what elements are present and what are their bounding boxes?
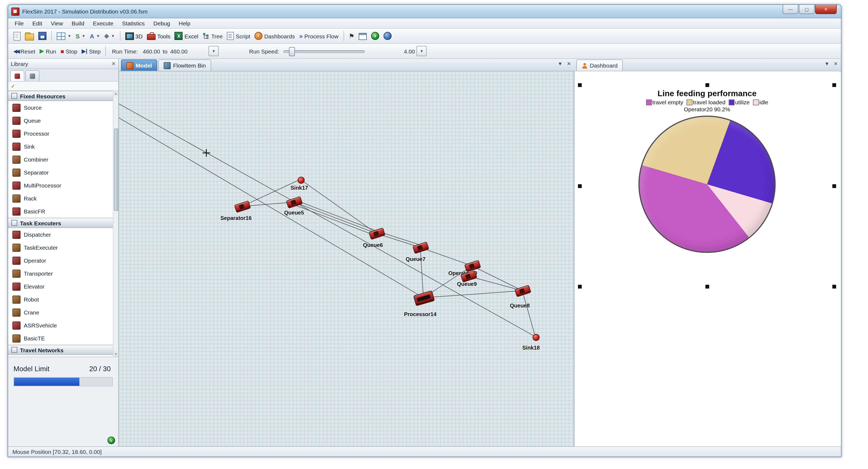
library-item-sink[interactable]: Sink [8,140,118,153]
library-item-transporter[interactable]: Transporter [8,267,118,280]
maximize-button[interactable]: ▢ [799,5,814,14]
library-item-elevator[interactable]: Elevator [8,280,118,293]
tab-list-dropdown-icon[interactable]: ▼ [558,61,563,66]
library-item-combiner[interactable]: Combiner [8,153,118,166]
menu-execute[interactable]: Execute [89,20,118,27]
progress-fill [14,378,80,386]
resize-handle[interactable] [832,83,836,87]
library-close-icon[interactable]: ✕ [112,61,116,66]
asrsvehicle-icon [12,321,21,329]
step-label: Step [89,48,101,54]
resize-handle[interactable] [578,285,582,289]
toolbox-icon [147,34,156,40]
library-item-operator[interactable]: Operator [8,254,118,267]
script-label: Script [236,33,250,39]
minimize-button[interactable]: — [783,5,798,14]
web-button[interactable] [382,31,394,41]
library-item-dispatcher[interactable]: Dispatcher [8,228,118,241]
scrollbar-thumb[interactable] [114,128,118,211]
section-fixed-resources[interactable]: Fixed Resources [8,91,118,101]
menu-view[interactable]: View [46,20,67,27]
object-label: Sink17 [290,185,308,191]
library-checkmark-icon[interactable]: ✓ [11,83,16,89]
library-item-source[interactable]: Source [8,101,118,114]
connect-objects-tool[interactable]: S▼ [73,32,88,40]
section-travel-networks[interactable]: Travel Networks [8,345,118,355]
library-item-rack[interactable]: Rack [8,192,118,205]
model-3d-viewport[interactable]: Separator16 Sink17 Queue5 Queue6 Queue7 … [119,71,574,446]
library-item-taskexecuter[interactable]: TaskExecuter [8,241,118,254]
menu-statistics[interactable]: Statistics [118,20,149,27]
library-item-processor[interactable]: Processor [8,127,118,140]
scroll-up-icon[interactable]: ▲ [114,91,118,96]
reset-button[interactable]: ◀◀Reset [11,47,37,55]
create-objects-tool[interactable]: ▼ [55,31,73,41]
resize-handle[interactable] [832,184,836,188]
menu-file[interactable]: File [10,20,28,27]
library-item-separator[interactable]: Separator [8,166,118,179]
close-button[interactable]: ✕ [815,5,837,14]
menu-edit[interactable]: Edit [28,20,46,27]
menu-debug[interactable]: Debug [149,20,175,27]
slider-track [283,50,364,53]
3d-view-button[interactable]: 3D [123,31,145,41]
windows-button[interactable] [357,31,369,41]
library-tab-toolbox[interactable] [25,70,39,81]
tools-button[interactable]: Tools [145,31,173,41]
model-object-sink18[interactable] [533,334,539,341]
resize-handle[interactable] [578,184,582,188]
flexsim-window: FlexSim 2017 - Simulation Distribution v… [7,4,841,457]
tab-flowitem-bin[interactable]: FlowItem Bin [158,59,211,71]
dashboards-button[interactable]: Dashboards [252,31,297,41]
run-speed-slider[interactable] [283,47,364,56]
menu-help[interactable]: Help [175,20,195,27]
run-time-to-field[interactable]: 460.00 [168,47,189,55]
connect-ports-tool[interactable]: A▼ [88,32,102,40]
process-flow-button[interactable]: »Process Flow [297,32,341,40]
resize-handle[interactable] [578,83,582,87]
run-button[interactable]: ▶Run [37,47,58,56]
run-time-from-field[interactable]: 460.00 [141,47,162,55]
stop-button[interactable]: ■Stop [58,47,80,55]
draw-tool[interactable]: ◆▼ [102,31,117,40]
dashboard-panel: Dashboard ▼ ✕ [574,59,841,446]
title-bar[interactable]: FlexSim 2017 - Simulation Distribution v… [8,5,841,18]
library-item-asrsvehicle[interactable]: ASRSvehicle [8,319,118,332]
open-button[interactable] [23,31,36,41]
slider-handle[interactable] [289,47,294,56]
model-tab-strip: Model FlowItem Bin ▼ ✕ [119,59,574,71]
library-tab-objects[interactable] [10,70,24,81]
menu-build[interactable]: Build [67,20,89,27]
tab-model[interactable]: Model [121,59,157,71]
run-speed-dropdown[interactable]: ▼ [416,46,427,56]
model-object-sink17[interactable] [298,177,305,184]
run-speed-value[interactable]: 4.00 [402,47,416,55]
excel-button[interactable]: XExcel [173,31,200,41]
save-button[interactable] [36,31,49,41]
library-scrollbar[interactable]: ▲ ▼ [113,91,118,357]
tab-list-dropdown-icon[interactable]: ▼ [825,61,829,66]
library-list: Fixed Resources Source Queue Processor S… [8,91,118,357]
tab-close-icon[interactable]: ✕ [567,61,571,66]
flag-button[interactable]: ⚑ [346,32,357,40]
step-button[interactable]: ▶|Step [80,47,103,55]
resize-handle[interactable] [706,83,709,87]
tree-button[interactable]: Tree [200,31,225,40]
tab-close-icon[interactable]: ✕ [834,61,838,66]
library-item-basicfr[interactable]: BasicFR [8,205,118,218]
resize-handle[interactable] [832,285,836,289]
library-item-crane[interactable]: Crane [8,306,118,319]
library-item-queue[interactable]: Queue [8,114,118,127]
script-button[interactable]: Script [225,31,252,41]
new-button[interactable] [11,31,23,41]
scroll-down-icon[interactable]: ▼ [114,351,118,357]
library-item-robot[interactable]: Robot [8,293,118,306]
library-item-multiprocessor[interactable]: MultiProcessor [8,179,118,192]
library-item-basicte[interactable]: BasicTE [8,332,118,345]
section-task-executers[interactable]: Task Executers [8,218,118,228]
tab-dashboard[interactable]: Dashboard [576,59,623,71]
resize-handle[interactable] [706,285,709,289]
pie-chart-widget[interactable]: Line feeding performance travel empty tr… [580,85,834,286]
update-button[interactable]: ▼ [369,31,382,41]
run-time-dropdown[interactable]: ▼ [209,46,219,56]
